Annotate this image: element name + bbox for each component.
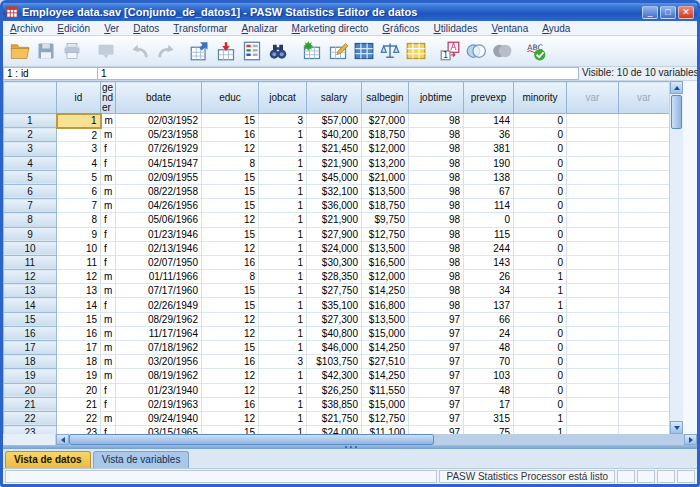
empty-var-cell[interactable] xyxy=(619,227,670,241)
data-cell[interactable]: $103,750 xyxy=(307,355,362,369)
data-cell[interactable]: $16,500 xyxy=(362,255,409,269)
select-cases-button[interactable] xyxy=(403,38,429,64)
empty-var-cell[interactable] xyxy=(567,369,619,383)
data-cell[interactable]: 67 xyxy=(464,184,514,198)
data-cell[interactable]: 8 xyxy=(57,213,101,227)
data-cell[interactable]: 0 xyxy=(514,326,567,340)
vertical-scrollbar[interactable] xyxy=(669,81,683,434)
empty-var-cell[interactable] xyxy=(619,213,670,227)
data-cell[interactable]: 01/23/1940 xyxy=(116,383,202,397)
data-cell[interactable]: $13,200 xyxy=(362,156,409,170)
variables-button[interactable] xyxy=(239,38,265,64)
row-header[interactable]: 16 xyxy=(4,326,57,340)
data-cell[interactable]: 01/23/1946 xyxy=(116,227,202,241)
data-cell[interactable]: 0 xyxy=(514,114,567,128)
empty-var-cell[interactable] xyxy=(567,128,619,142)
data-cell[interactable]: $27,300 xyxy=(307,312,362,326)
redo-button[interactable] xyxy=(153,38,179,64)
data-cell[interactable]: 12 xyxy=(202,142,259,156)
data-cell[interactable]: 98 xyxy=(409,114,464,128)
data-cell[interactable]: 97 xyxy=(409,426,464,434)
menu-transformar[interactable]: Transformar xyxy=(166,23,234,34)
data-cell[interactable]: 15 xyxy=(202,227,259,241)
data-cell[interactable]: 98 xyxy=(409,213,464,227)
data-cell[interactable]: $21,900 xyxy=(307,213,362,227)
data-cell[interactable]: 1 xyxy=(259,213,307,227)
row-header[interactable]: 5 xyxy=(4,170,57,184)
data-cell[interactable]: 03/20/1956 xyxy=(116,355,202,369)
data-cell[interactable]: 16 xyxy=(202,355,259,369)
data-cell[interactable]: $38,850 xyxy=(307,397,362,411)
minimize-button[interactable]: _ xyxy=(642,6,658,19)
data-cell[interactable]: 02/13/1946 xyxy=(116,241,202,255)
data-cell[interactable]: 1 xyxy=(514,270,567,284)
data-cell[interactable]: 3 xyxy=(259,114,307,128)
data-cell[interactable]: 1 xyxy=(259,255,307,269)
data-cell[interactable]: $12,000 xyxy=(362,270,409,284)
empty-var-cell[interactable] xyxy=(567,270,619,284)
empty-var-cell[interactable] xyxy=(619,298,670,312)
data-cell[interactable]: 1 xyxy=(259,341,307,355)
cell-value-field[interactable]: 1 xyxy=(98,67,579,80)
row-header[interactable]: 21 xyxy=(4,397,57,411)
row-header[interactable]: 6 xyxy=(4,184,57,198)
data-cell[interactable]: 98 xyxy=(409,184,464,198)
data-cell[interactable]: 0 xyxy=(514,241,567,255)
data-cell[interactable]: 07/26/1929 xyxy=(116,142,202,156)
row-header[interactable]: 22 xyxy=(4,411,57,425)
data-cell[interactable]: 5 xyxy=(57,170,101,184)
goto-variable-button[interactable] xyxy=(213,38,239,64)
data-cell[interactable]: $14,250 xyxy=(362,369,409,383)
empty-var-cell[interactable] xyxy=(619,142,670,156)
vertical-scroll-thumb[interactable] xyxy=(671,95,682,129)
data-cell[interactable]: 98 xyxy=(409,298,464,312)
data-cell[interactable]: 98 xyxy=(409,170,464,184)
row-header[interactable]: 8 xyxy=(4,213,57,227)
row-header[interactable]: 15 xyxy=(4,312,57,326)
data-cell[interactable]: $11,550 xyxy=(362,383,409,397)
data-cell[interactable]: 143 xyxy=(464,255,514,269)
data-cell[interactable]: 1 xyxy=(259,270,307,284)
column-header-salary[interactable]: salary xyxy=(307,82,362,114)
data-cell[interactable]: f xyxy=(101,227,116,241)
data-cell[interactable]: $13,500 xyxy=(362,312,409,326)
data-cell[interactable]: $14,250 xyxy=(362,284,409,298)
data-cell[interactable]: 98 xyxy=(409,270,464,284)
horizontal-scroll-thumb[interactable] xyxy=(69,434,434,445)
data-cell[interactable]: 07/17/1960 xyxy=(116,284,202,298)
data-cell[interactable]: 137 xyxy=(464,298,514,312)
empty-var-cell[interactable] xyxy=(567,397,619,411)
data-cell[interactable]: 1 xyxy=(259,142,307,156)
split-file-button[interactable] xyxy=(351,38,377,64)
row-header[interactable]: 9 xyxy=(4,227,57,241)
data-cell[interactable]: $21,000 xyxy=(362,170,409,184)
data-cell[interactable]: $15,000 xyxy=(362,326,409,340)
data-cell[interactable]: 0 xyxy=(514,355,567,369)
tab-vista-de-variables[interactable]: Vista de variables xyxy=(93,451,190,468)
column-header-jobtime[interactable]: jobtime xyxy=(409,82,464,114)
data-cell[interactable]: 02/09/1955 xyxy=(116,170,202,184)
empty-var-cell[interactable] xyxy=(619,270,670,284)
empty-var-cell[interactable] xyxy=(619,284,670,298)
empty-var-cell[interactable] xyxy=(567,355,619,369)
menu-ayuda[interactable]: Ayuda xyxy=(535,23,577,34)
data-cell[interactable]: f xyxy=(101,426,116,434)
data-cell[interactable]: f xyxy=(101,241,116,255)
data-cell[interactable]: 12 xyxy=(57,270,101,284)
data-cell[interactable]: 97 xyxy=(409,411,464,425)
data-cell[interactable]: 1 xyxy=(514,426,567,434)
scroll-left-arrow[interactable] xyxy=(56,434,69,445)
data-cell[interactable]: $40,200 xyxy=(307,128,362,142)
data-cell[interactable]: m xyxy=(101,170,116,184)
data-cell[interactable]: 48 xyxy=(464,383,514,397)
empty-var-cell[interactable] xyxy=(567,142,619,156)
data-cell[interactable]: 15 xyxy=(202,170,259,184)
data-cell[interactable]: 1 xyxy=(259,284,307,298)
data-cell[interactable]: 97 xyxy=(409,369,464,383)
data-cell[interactable]: 23 xyxy=(57,426,101,434)
data-cell[interactable]: 97 xyxy=(409,341,464,355)
corner-header[interactable] xyxy=(4,82,57,114)
close-button[interactable]: ✕ xyxy=(678,6,694,19)
data-cell[interactable]: 16 xyxy=(202,397,259,411)
data-cell[interactable]: 2 xyxy=(57,128,101,142)
